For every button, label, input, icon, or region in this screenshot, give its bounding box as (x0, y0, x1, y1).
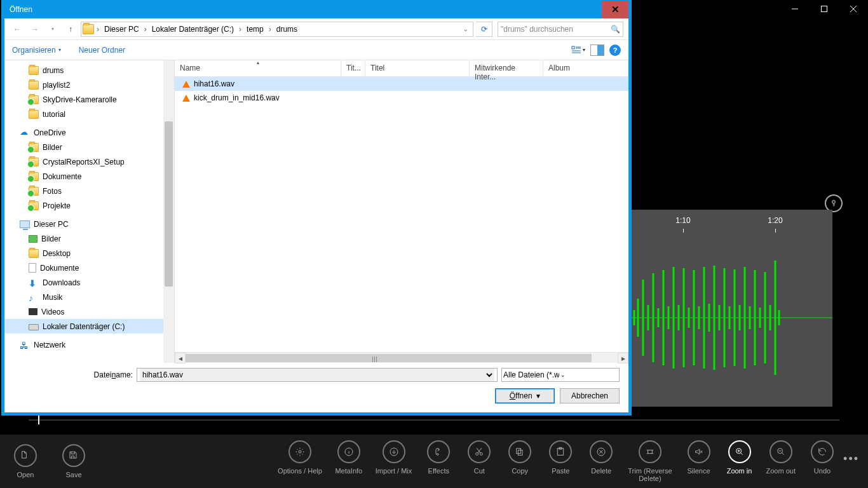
filetype-select[interactable]: Alle Dateien (*.wav;*.mp3;*.wm⌄ (501, 368, 620, 382)
preview-pane-button[interactable] (590, 44, 604, 56)
copy-icon (508, 440, 531, 463)
address-dropdown-button[interactable]: ⌄ (460, 26, 471, 32)
tree-item[interactable]: tutorial (4, 107, 174, 121)
nav-recent-dropdown[interactable]: ▾ (45, 22, 60, 37)
dialog-close-button[interactable]: ✕ (602, 1, 628, 18)
timeline-ruler[interactable]: 1:10 1:20 (629, 216, 832, 231)
zoomout-icon (770, 440, 792, 463)
scrollbar-thumb[interactable] (186, 354, 592, 362)
cancel-button[interactable]: Abbrechen (560, 388, 620, 403)
breadcrumb-item[interactable]: temp (244, 25, 266, 34)
dialog-titlebar[interactable]: Öffnen ✕ (4, 1, 628, 18)
silence-button[interactable]: Silence (685, 440, 713, 482)
file-name: kick_drum_in_mid16.wav (194, 93, 280, 102)
view-mode-button[interactable]: ▾ (571, 46, 585, 55)
chevron-right-icon[interactable]: › (268, 25, 273, 34)
zoomout-button[interactable]: Zoom out (766, 440, 796, 482)
tree-item[interactable]: ☁OneDrive (4, 125, 174, 140)
cut-button[interactable]: Cut (465, 440, 493, 482)
breadcrumb-item[interactable]: drums (274, 25, 300, 34)
tree-label: Bilder (43, 143, 62, 152)
filename-input[interactable]: hihat16.wav (137, 368, 498, 382)
docx-icon (29, 263, 36, 273)
tree-item[interactable]: CrystalReportsXI_Setup (4, 154, 174, 169)
toolbar-label: Save (65, 471, 81, 478)
close-button[interactable] (839, 0, 868, 18)
import-button[interactable]: Import / Mix (376, 440, 412, 482)
delete-button[interactable]: Delete (587, 440, 615, 482)
column-artist[interactable]: Mitwirkende Inter... (470, 60, 543, 76)
search-input[interactable]: "drums" durchsuchen 🔍 (498, 22, 623, 37)
scrub-track[interactable] (29, 419, 839, 421)
tree-item[interactable]: 🖧Netzwerk (4, 337, 174, 352)
file-name: hihat16.wav (194, 79, 234, 88)
copy-button[interactable]: Copy (506, 440, 534, 482)
column-album[interactable]: Album (543, 60, 628, 76)
tree-item[interactable]: Desktop (4, 246, 174, 261)
horizontal-scrollbar[interactable]: ◂ ▸ (175, 352, 628, 363)
save-button[interactable]: Save (60, 444, 88, 478)
tree-item[interactable]: SkyDrive-Kamerarolle (4, 92, 174, 107)
new-folder-button[interactable]: Neuer Ordner (79, 46, 125, 55)
tree-item[interactable]: Dokumente (4, 169, 174, 184)
folder-chk-icon (29, 201, 39, 210)
tree-item[interactable]: ⬇Downloads (4, 275, 174, 290)
scroll-left-button[interactable]: ◂ (175, 353, 186, 363)
svg-rect-46 (572, 46, 574, 49)
minimize-button[interactable] (780, 0, 810, 18)
folder-chk-icon (29, 172, 39, 181)
search-placeholder: "drums" durchsuchen (501, 25, 573, 34)
nav-up-button[interactable]: ↑ (63, 22, 78, 37)
open-button[interactable]: Open (11, 444, 39, 478)
tree-scrollbar[interactable] (163, 60, 174, 363)
breadcrumb-item[interactable]: Dieser PC (102, 25, 142, 34)
undo-button[interactable]: Undo (808, 440, 836, 482)
effects-button[interactable]: Effects (424, 440, 452, 482)
file-row[interactable]: hihat16.wav (175, 77, 628, 91)
tree-item[interactable]: Dieser PC (4, 217, 174, 231)
maximize-button[interactable] (810, 0, 839, 18)
tree-item[interactable]: Bilder (4, 231, 174, 246)
waveform-display[interactable] (629, 235, 832, 400)
open-button[interactable]: Öffnen ▾ (495, 388, 555, 403)
scrub-playhead[interactable] (38, 416, 39, 424)
tree-item[interactable]: Lokaler Datenträger (C:) (4, 319, 174, 334)
column-name[interactable]: ▴Name (175, 60, 341, 76)
tree-item[interactable]: drums (4, 63, 174, 78)
chevron-right-icon[interactable]: › (238, 25, 243, 34)
zoomin-button[interactable]: Zoom in (726, 440, 754, 482)
folder-icon (29, 249, 39, 258)
more-button[interactable]: ••• (843, 452, 859, 466)
paste-button[interactable]: Paste (546, 440, 574, 482)
tree-item[interactable]: Dokumente (4, 261, 174, 275)
breadcrumb-item[interactable]: Lokaler Datenträger (C:) (149, 25, 236, 34)
file-row[interactable]: kick_drum_in_mid16.wav (175, 91, 628, 105)
scrollbar-thumb[interactable] (165, 121, 173, 287)
breadcrumb-bar[interactable]: › Dieser PC › Lokaler Datenträger (C:) ›… (81, 22, 473, 37)
toolbar-label: Trim (Reverse Delete) (628, 467, 672, 482)
tree-label: Desktop (43, 249, 71, 258)
help-button[interactable]: ? (609, 44, 621, 56)
tree-item[interactable]: ♪Musik (4, 290, 174, 304)
scroll-right-button[interactable]: ▸ (618, 353, 628, 363)
tree-item[interactable]: Bilder (4, 140, 174, 154)
folder-tree[interactable]: drumsplaylist2SkyDrive-Kamerarolletutori… (4, 60, 175, 363)
tree-item[interactable]: Videos (4, 304, 174, 319)
tree-item[interactable]: Projekte (4, 198, 174, 213)
column-headers[interactable]: ▴Name Tit... Titel Mitwirkende Inter... … (175, 60, 628, 77)
refresh-button[interactable]: ⟳ (476, 22, 492, 37)
chevron-right-icon[interactable]: › (143, 25, 148, 34)
column-tracknum[interactable]: Tit... (341, 60, 365, 76)
pc-icon (20, 220, 30, 228)
nav-forward-button[interactable]: → (27, 22, 43, 37)
tree-item[interactable]: playlist2 (4, 78, 174, 92)
metainfo-button[interactable]: MetaInfo (335, 440, 363, 482)
tree-item[interactable]: Fotos (4, 184, 174, 198)
chevron-right-icon[interactable]: › (95, 25, 100, 34)
nav-back-button[interactable]: ← (10, 22, 25, 37)
column-title[interactable]: Titel (365, 60, 470, 76)
undo-icon (811, 440, 834, 463)
trim-button[interactable]: Trim (Reverse Delete) (628, 440, 672, 482)
organize-menu[interactable]: Organisieren▾ (12, 46, 61, 55)
options-button[interactable]: Options / Help (278, 440, 322, 482)
